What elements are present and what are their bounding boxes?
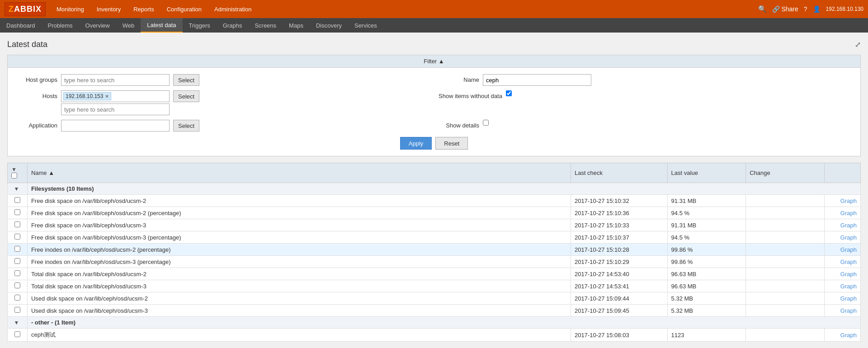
nav-monitoring[interactable]: Monitoring: [50, 0, 90, 18]
row-change: [746, 256, 825, 268]
row-lastcheck: 2017-10-27 14:53:40: [571, 268, 667, 280]
filter-show-without-data: Show items without data: [439, 90, 851, 99]
host-groups-input[interactable]: [61, 74, 170, 86]
graph-link[interactable]: Graph: [840, 332, 857, 339]
nav-configuration[interactable]: Configuration: [160, 0, 208, 18]
subnav-dashboard[interactable]: Dashboard: [0, 18, 42, 33]
share-icon[interactable]: 🔗 Share: [772, 5, 798, 13]
graph-link[interactable]: Graph: [840, 259, 857, 265]
group-label: - other - (1 Item): [27, 317, 860, 329]
subnav-maps[interactable]: Maps: [283, 18, 310, 33]
row-checkbox[interactable]: [14, 197, 20, 203]
host-groups-label: Host groups: [17, 74, 57, 83]
show-details-checkbox[interactable]: [483, 120, 489, 126]
graph-link[interactable]: Graph: [840, 307, 857, 314]
graph-link[interactable]: Graph: [840, 222, 857, 229]
filter-row-2: Hosts 192.168.10.153 ✕ Select: [17, 90, 851, 115]
graph-link[interactable]: Graph: [840, 210, 857, 216]
row-action: Graph: [824, 231, 860, 244]
row-change: [746, 268, 825, 280]
row-lastcheck: 2017-10-27 14:53:41: [571, 280, 667, 292]
data-table: ▼ Name ▲ Last check Last value Change ▼ …: [7, 163, 861, 342]
host-tag-remove[interactable]: ✕: [105, 94, 109, 99]
subnav-triggers[interactable]: Triggers: [183, 18, 217, 33]
apply-button[interactable]: Apply: [400, 137, 432, 150]
row-action: Graph: [824, 244, 860, 256]
row-checkbox[interactable]: [14, 282, 20, 288]
row-checkbox-cell: [8, 256, 28, 268]
filter-hosts: Hosts 192.168.10.153 ✕ Select: [17, 90, 429, 115]
row-lastcheck: 2017-10-27 15:10:36: [571, 207, 667, 219]
show-without-data-label: Show items without data: [439, 90, 502, 99]
nav-inventory[interactable]: Inventory: [90, 0, 127, 18]
help-icon[interactable]: ?: [804, 5, 807, 13]
table-row: Free disk space on /var/lib/ceph/osd/ucs…: [8, 231, 861, 244]
row-action: Graph: [824, 280, 860, 292]
hosts-select-button[interactable]: Select: [173, 90, 199, 102]
row-checkbox[interactable]: [14, 246, 20, 252]
subnav-latest-data[interactable]: Latest data: [141, 18, 182, 33]
search-icon[interactable]: 🔍: [758, 5, 767, 13]
logo[interactable]: ZABBIX: [5, 2, 46, 16]
row-checkbox[interactable]: [14, 307, 20, 313]
nav-administration[interactable]: Administration: [208, 0, 258, 18]
subnav-discovery[interactable]: Discovery: [310, 18, 348, 33]
graph-link[interactable]: Graph: [840, 246, 857, 253]
application-select-button[interactable]: Select: [173, 120, 199, 132]
row-lastvalue: 94.5 %: [667, 207, 746, 219]
graph-link[interactable]: Graph: [840, 295, 857, 302]
reset-button[interactable]: Reset: [435, 137, 468, 150]
row-change: [746, 280, 825, 292]
row-checkbox-cell: [8, 268, 28, 280]
row-checkbox-cell: [8, 231, 28, 244]
application-label: Application: [17, 120, 57, 129]
row-checkbox[interactable]: [14, 295, 20, 301]
row-checkbox[interactable]: [14, 209, 20, 215]
row-lastcheck: 2017-10-27 15:10:37: [571, 231, 667, 244]
nav-reports[interactable]: Reports: [127, 0, 160, 18]
show-without-data-checkbox[interactable]: [506, 90, 512, 96]
graph-link[interactable]: Graph: [840, 198, 857, 204]
user-icon[interactable]: 👤: [813, 5, 821, 13]
row-checkbox[interactable]: [14, 234, 20, 240]
subnav-graphs[interactable]: Graphs: [217, 18, 249, 33]
row-checkbox[interactable]: [14, 221, 20, 227]
subnav-services[interactable]: Services: [348, 18, 383, 33]
subnav-overview[interactable]: Overview: [79, 18, 116, 33]
host-groups-select-button[interactable]: Select: [173, 74, 199, 86]
graph-link[interactable]: Graph: [840, 271, 857, 277]
group-toggle[interactable]: ▼: [14, 186, 19, 192]
row-checkbox[interactable]: [14, 331, 20, 337]
table-row: Free disk space on /var/lib/ceph/osd/ucs…: [8, 219, 861, 231]
hosts-tag-input[interactable]: 192.168.10.153 ✕: [61, 90, 170, 102]
show-details-label: Show details: [439, 120, 479, 129]
host-tag: 192.168.10.153 ✕: [63, 92, 111, 100]
filter-host-groups: Host groups Select: [17, 74, 429, 86]
row-checkbox[interactable]: [14, 258, 20, 264]
row-action: Graph: [824, 256, 860, 268]
application-input[interactable]: [61, 120, 170, 132]
row-checkbox-cell: [8, 207, 28, 219]
subnav-web[interactable]: Web: [116, 18, 141, 33]
filter-actions: Apply Reset: [17, 137, 851, 150]
graph-link[interactable]: Graph: [840, 234, 857, 241]
row-checkbox[interactable]: [14, 270, 20, 276]
col-name-header[interactable]: Name ▲: [27, 163, 571, 183]
sub-navigation: Dashboard Problems Overview Web Latest d…: [0, 18, 868, 33]
select-all-checkbox[interactable]: [11, 173, 17, 179]
name-input[interactable]: [483, 74, 591, 86]
row-lastcheck: 2017-10-27 15:10:29: [571, 256, 667, 268]
group-toggle[interactable]: ▼: [14, 320, 19, 326]
group-toggle-all[interactable]: ▼: [11, 166, 17, 173]
col-lastcheck-header: Last check: [571, 163, 667, 183]
row-checkbox-cell: [8, 329, 28, 342]
subnav-screens[interactable]: Screens: [248, 18, 283, 33]
hosts-search-input[interactable]: [61, 103, 170, 115]
expand-icon[interactable]: ⤢: [855, 40, 861, 49]
row-lastvalue: 94.5 %: [667, 231, 746, 244]
filter-header[interactable]: Filter ▲: [8, 55, 860, 68]
subnav-problems[interactable]: Problems: [42, 18, 79, 33]
graph-link[interactable]: Graph: [840, 283, 857, 290]
filter-box: Filter ▲ Host groups Select Name H: [7, 55, 861, 156]
filter-show-details: Show details: [439, 120, 851, 129]
